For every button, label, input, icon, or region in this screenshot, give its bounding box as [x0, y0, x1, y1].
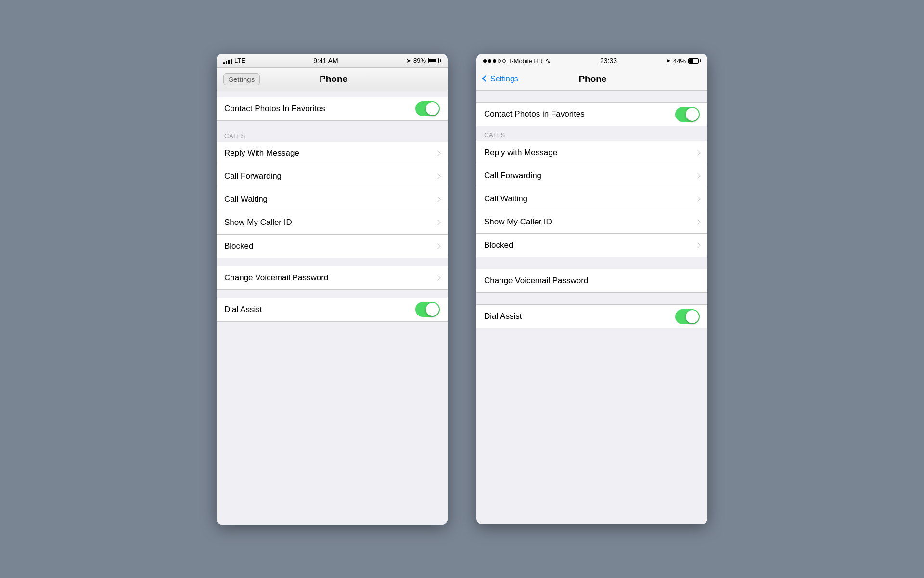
right-reply-with-message-row[interactable]: Reply with Message — [476, 141, 707, 164]
left-contact-photos-row[interactable]: Contact Photos In Favorites — [217, 97, 448, 120]
right-show-caller-id-label: Show My Caller ID — [484, 217, 696, 227]
lower-spacer — [476, 293, 707, 304]
left-contact-photos-group: Contact Photos In Favorites — [217, 97, 448, 121]
right-call-waiting-row[interactable]: Call Waiting — [476, 187, 707, 210]
right-voicemail-label: Change Voicemail Password — [484, 276, 700, 286]
right-settings-content: Contact Photos in Favorites CALLS Reply … — [476, 91, 707, 524]
chevron-right-icon — [435, 243, 440, 249]
left-dial-assist-group: Dial Assist — [217, 298, 448, 322]
chevron-left-icon — [482, 75, 489, 81]
right-show-caller-id-row[interactable]: Show My Caller ID — [476, 210, 707, 234]
chevron-right-icon — [695, 242, 700, 248]
right-calls-section-spacer: CALLS — [476, 126, 707, 141]
left-voicemail-group: Change Voicemail Password — [217, 266, 448, 290]
left-reply-with-message-row[interactable]: Reply With Message — [217, 142, 448, 165]
right-back-label: Settings — [490, 75, 518, 83]
right-blocked-row[interactable]: Blocked — [476, 234, 707, 257]
right-status-bar: T-Mobile HR ∿ 23:33 ➤ 44% — [476, 54, 707, 67]
dots-signal-icon — [483, 59, 506, 63]
left-status-bar: LTE 9:41 AM ➤ 89% — [217, 54, 448, 68]
left-voicemail-label: Change Voicemail Password — [224, 273, 436, 283]
right-voicemail-row[interactable]: Change Voicemail Password — [476, 269, 707, 292]
top-spacer — [476, 96, 707, 102]
left-signal-area: LTE — [223, 57, 245, 64]
mid-spacer — [476, 257, 707, 269]
left-settings-content: Contact Photos In Favorites Calls Reply … — [217, 91, 448, 525]
left-calls-header: Calls — [217, 129, 448, 142]
left-reply-with-message-label: Reply With Message — [224, 148, 436, 158]
chevron-right-icon — [695, 173, 700, 178]
left-show-caller-id-label: Show My Caller ID — [224, 218, 436, 227]
chevron-right-icon — [435, 275, 440, 280]
chevron-right-icon — [695, 150, 700, 155]
right-calls-group: Reply with Message Call Forwarding Call … — [476, 141, 707, 257]
right-blocked-label: Blocked — [484, 240, 696, 250]
right-battery-area: ➤ 44% — [666, 57, 701, 65]
left-dial-assist-toggle[interactable] — [415, 302, 440, 317]
right-back-button[interactable]: Settings — [483, 75, 518, 83]
left-call-forwarding-row[interactable]: Call Forwarding — [217, 165, 448, 188]
left-show-caller-id-row[interactable]: Show My Caller ID — [217, 211, 448, 235]
right-reply-with-message-label: Reply with Message — [484, 148, 696, 158]
signal-bars-icon — [223, 57, 232, 64]
right-call-forwarding-row[interactable]: Call Forwarding — [476, 164, 707, 187]
location-icon: ➤ — [666, 57, 671, 64]
chevron-right-icon — [695, 219, 700, 224]
right-dial-assist-group: Dial Assist — [476, 304, 707, 328]
left-dial-assist-label: Dial Assist — [224, 305, 415, 315]
right-contact-photos-toggle[interactable] — [675, 107, 700, 122]
right-contact-photos-group: Contact Photos in Favorites — [476, 102, 707, 126]
right-contact-photos-row[interactable]: Contact Photos in Favorites — [476, 103, 707, 126]
left-page-title: Phone — [260, 74, 407, 84]
left-nav-bar: Settings Phone — [217, 68, 448, 91]
left-battery-area: ➤ 89% — [406, 57, 441, 64]
chevron-right-icon — [435, 173, 440, 179]
left-phone: LTE 9:41 AM ➤ 89% Settings Phone Contact… — [217, 54, 448, 525]
left-contact-photos-label: Contact Photos In Favorites — [224, 104, 415, 114]
right-battery-pct-label: 44% — [673, 57, 686, 65]
right-time-label: 23:33 — [600, 57, 617, 65]
chevron-right-icon — [695, 196, 700, 201]
left-call-forwarding-label: Call Forwarding — [224, 171, 436, 181]
left-blocked-label: Blocked — [224, 241, 436, 251]
left-dial-assist-row[interactable]: Dial Assist — [217, 298, 448, 321]
left-voicemail-row[interactable]: Change Voicemail Password — [217, 266, 448, 289]
right-call-waiting-label: Call Waiting — [484, 194, 696, 204]
left-call-waiting-row[interactable]: Call Waiting — [217, 188, 448, 211]
chevron-right-icon — [435, 197, 440, 202]
battery-icon — [428, 58, 441, 63]
right-dial-assist-label: Dial Assist — [484, 312, 675, 321]
carrier-label: T-Mobile HR — [508, 57, 543, 65]
chevron-right-icon — [435, 150, 440, 156]
left-back-button[interactable]: Settings — [223, 73, 260, 85]
left-calls-group: Reply With Message Call Forwarding Call … — [217, 142, 448, 258]
right-calls-header: CALLS — [484, 131, 505, 139]
right-signal-area: T-Mobile HR ∿ — [483, 57, 551, 65]
location-icon: ➤ — [406, 57, 411, 64]
right-page-title: Phone — [518, 74, 667, 84]
left-time-label: 9:41 AM — [313, 57, 338, 65]
right-call-forwarding-label: Call Forwarding — [484, 171, 696, 181]
battery-pct-label: 89% — [413, 57, 426, 64]
right-voicemail-group: Change Voicemail Password — [476, 269, 707, 293]
right-dial-assist-toggle[interactable] — [675, 309, 700, 324]
battery-icon — [688, 58, 701, 64]
right-phone: T-Mobile HR ∿ 23:33 ➤ 44% Settings Phone — [476, 54, 707, 524]
right-dial-assist-row[interactable]: Dial Assist — [476, 305, 707, 328]
right-nav-bar: Settings Phone — [476, 67, 707, 91]
chevron-right-icon — [435, 220, 440, 225]
wifi-icon: ∿ — [545, 57, 551, 65]
left-call-waiting-label: Call Waiting — [224, 195, 436, 204]
right-contact-photos-label: Contact Photos in Favorites — [484, 109, 675, 119]
left-contact-photos-toggle[interactable] — [415, 101, 440, 116]
left-blocked-row[interactable]: Blocked — [217, 235, 448, 258]
network-type-label: LTE — [234, 57, 245, 64]
